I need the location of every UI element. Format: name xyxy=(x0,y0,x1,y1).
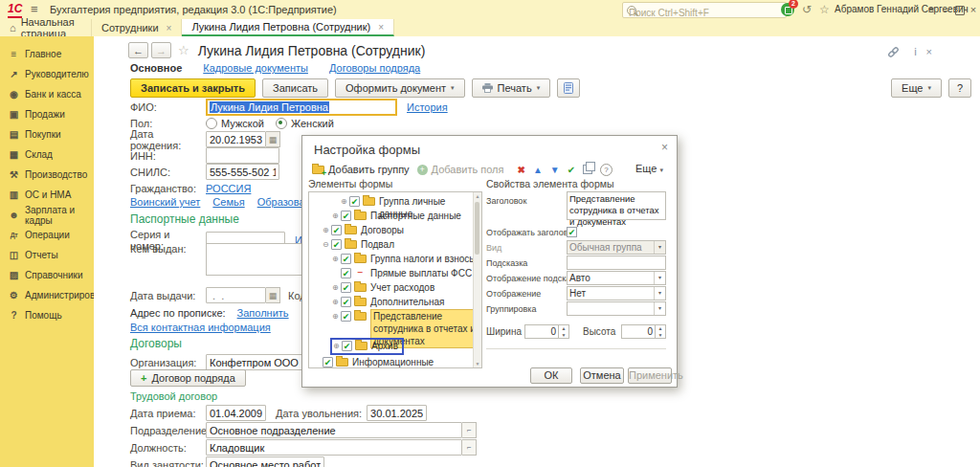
save-close-button[interactable]: Записать и закрыть xyxy=(130,78,256,98)
sidebar-item-proizvodstvo[interactable]: ⚒Производство xyxy=(0,165,94,185)
nav-kadrovye-dokumenty[interactable]: Кадровые документы xyxy=(203,62,308,74)
expand-icon[interactable]: ⊕ xyxy=(332,255,341,263)
hire-date-input[interactable] xyxy=(206,405,266,421)
forward-button[interactable]: → xyxy=(151,42,171,58)
tree-item-label[interactable]: Подвал xyxy=(361,238,394,251)
prop-title-input[interactable]: Представление сотрудника в отчетах и док… xyxy=(567,191,666,220)
prop-hint-input[interactable] xyxy=(567,256,666,270)
apply-button[interactable]: Применить xyxy=(628,367,672,384)
sidebar-item-pokupki[interactable]: ▤Покупки xyxy=(0,124,94,145)
sidebar-item-prodazhi[interactable]: ▣Продажи xyxy=(0,104,94,124)
delete-icon[interactable]: ✖ xyxy=(517,165,524,175)
sidebar-item-zarplata-i-kadry[interactable]: ☻Зарплата и кадры xyxy=(0,205,94,225)
checkbox-checked-icon[interactable]: ✔ xyxy=(323,357,333,367)
family-link[interactable]: Семья xyxy=(212,196,244,208)
tree-item[interactable]: ✔ − Прямые выплаты ФСС xyxy=(341,267,472,279)
sidebar-item-spravochniki[interactable]: ▨Справочники xyxy=(0,265,94,285)
add-contract-button[interactable]: + Договор подряда xyxy=(130,369,246,387)
employment-input[interactable] xyxy=(206,456,324,467)
sidebar-item-administrirovanie[interactable]: ⚙Администрирование xyxy=(0,285,94,305)
apply-icon[interactable]: ✔ xyxy=(568,165,575,175)
more-button[interactable]: Еще▾ xyxy=(891,78,942,98)
checkbox-checked-icon[interactable]: ✔ xyxy=(341,254,351,264)
cancel-button[interactable]: Отмена xyxy=(580,367,624,384)
dialog-close-icon[interactable]: × xyxy=(661,141,668,154)
back-button[interactable]: ← xyxy=(128,42,148,58)
choose-icon[interactable]: ⌐ xyxy=(462,439,477,456)
tree-item-label[interactable]: Информационные ссылки xyxy=(352,356,463,368)
prop-width-input[interactable]: 0 xyxy=(524,324,559,339)
report-card-button[interactable] xyxy=(557,78,580,98)
expand-icon[interactable]: ⊕ xyxy=(332,283,341,292)
nav-dogovory-podryada[interactable]: Договоры подряда xyxy=(329,62,420,74)
collapse-icon[interactable]: ⊖ xyxy=(323,240,331,249)
expand-icon[interactable]: ⊕ xyxy=(332,312,341,321)
make-document-button[interactable]: Оформить документ▾ xyxy=(335,78,465,98)
checkbox-checked-icon[interactable]: ✔ xyxy=(349,196,360,207)
snils-input[interactable] xyxy=(206,164,279,180)
dismiss-date-input[interactable] xyxy=(367,405,427,421)
checkbox-checked-icon[interactable]: ✔ xyxy=(331,239,342,250)
history-icon[interactable]: ↺ xyxy=(802,0,812,19)
checkbox-checked-icon[interactable]: ✔ xyxy=(341,282,351,293)
tab-lukina[interactable]: Лукина Лидия Петровна (Сотрудник) × xyxy=(182,19,394,36)
width-spinner[interactable]: ▲▼ xyxy=(559,324,569,339)
calendar-icon[interactable]: ▦ xyxy=(266,287,280,303)
expand-icon[interactable]: ⊕ xyxy=(332,211,341,220)
tree-item[interactable]: ✔ Информационные ссылки xyxy=(323,356,463,368)
checkbox-checked-icon[interactable]: ✔ xyxy=(341,297,351,307)
tab-close-icon[interactable]: × xyxy=(378,22,384,33)
issue-date-input[interactable] xyxy=(206,287,266,303)
nav-osnovnoe[interactable]: Основное xyxy=(130,62,182,74)
expand-icon[interactable]: ⊕ xyxy=(333,342,342,350)
tree-item[interactable]: ⊕ ✔ Паспортные данные xyxy=(332,210,461,222)
scroll-up-icon[interactable]: ▲ xyxy=(474,192,481,200)
prop-display-select[interactable]: Нет▾ xyxy=(567,286,666,300)
tree-item[interactable]: ⊖ ✔ Подвал xyxy=(323,238,394,251)
tree-item-label[interactable]: Договоры xyxy=(361,224,404,236)
tree-item[interactable]: ⊕ ✔ Группа налоги и взносы xyxy=(332,253,477,265)
help-button[interactable]: ? xyxy=(948,78,971,98)
prop-height-input[interactable]: 0 xyxy=(621,324,656,339)
sidebar-item-bank-i-kassa[interactable]: ◉Банк и касса xyxy=(0,84,94,104)
copy-icon[interactable] xyxy=(583,165,592,174)
tree-item[interactable]: ⊕ ✔ Учет расходов xyxy=(332,281,434,294)
birthdate-input[interactable] xyxy=(206,131,266,147)
add-group-button[interactable]: + Добавить группу xyxy=(312,164,410,175)
dept-input[interactable] xyxy=(206,422,462,438)
notifications-icon[interactable]: 2 xyxy=(781,3,794,16)
expand-icon[interactable]: ⊕ xyxy=(341,197,349,206)
prop-grouping-select[interactable]: ▾ xyxy=(567,301,666,316)
minimize-button[interactable]: – xyxy=(940,0,953,19)
dialog-help-icon[interactable]: ? xyxy=(600,164,612,176)
expand-icon[interactable]: ⊕ xyxy=(332,298,341,306)
radio-male[interactable] xyxy=(206,118,217,129)
spin-down-icon[interactable]: ▼ xyxy=(559,332,568,339)
checkbox-checked-icon[interactable]: ✔ xyxy=(341,268,351,278)
checkbox-checked-icon[interactable]: ✔ xyxy=(341,311,351,322)
info-icon[interactable]: ⅰ xyxy=(914,46,917,58)
add-fields-button[interactable]: + Добавить поля xyxy=(417,164,504,175)
tab-sotrudniki[interactable]: Сотрудники × xyxy=(92,19,182,36)
expand-icon[interactable]: ⊕ xyxy=(323,226,331,234)
favorite-star-icon[interactable]: ☆ xyxy=(178,43,189,57)
form-close-icon[interactable]: × xyxy=(926,46,932,57)
fio-input[interactable]: Лукина Лидия Петровна xyxy=(206,99,397,116)
calendar-icon[interactable]: ▦ xyxy=(266,131,280,147)
window-close-button[interactable]: × xyxy=(967,0,980,19)
checkbox-checked-icon[interactable]: ✔ xyxy=(331,225,342,235)
sidebar-item-otchety[interactable]: ◫Отчеты xyxy=(0,245,94,265)
favorites-star-icon[interactable]: ☆ xyxy=(819,0,830,19)
save-button[interactable]: Записать xyxy=(262,78,328,98)
radio-female[interactable] xyxy=(276,118,287,129)
sidebar-item-rukovoditelyu[interactable]: ↗Руководителю xyxy=(0,64,94,84)
tree-scrollbar[interactable]: ▲ ▼ xyxy=(473,192,481,367)
restore-button[interactable] xyxy=(955,6,965,15)
spin-down-icon[interactable]: ▼ xyxy=(656,332,665,339)
military-link[interactable]: Воинский учет xyxy=(130,196,200,208)
tree-item-label[interactable]: Учет расходов xyxy=(370,281,434,294)
sidebar-item-glavnoe[interactable]: ≡Главное xyxy=(0,44,94,64)
sidebar-item-sklad[interactable]: ▦Склад xyxy=(0,145,94,165)
tree-item-label[interactable]: Группа налоги и взносы xyxy=(370,253,477,265)
address-fill-link[interactable]: Заполнить xyxy=(237,307,289,319)
